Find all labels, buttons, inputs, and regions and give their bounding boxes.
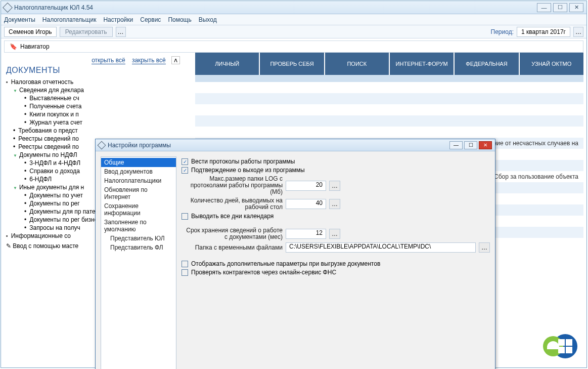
tree-item[interactable]: 3-НДФЛ и 4-НДФЛ [29,159,80,167]
open-all-link[interactable]: открыть всё [92,57,125,64]
tree-item[interactable]: Полученные счета [29,103,81,110]
windows-icon [553,334,577,358]
keep-picker[interactable]: … [329,229,340,239]
tree-item[interactable]: Сведения для деклара [19,87,84,94]
dialog-icon [98,141,106,149]
cat-save[interactable]: Сохранение информации [101,201,176,218]
navigator-label: Навигатор [20,43,50,50]
tree-item[interactable]: Книги покупок и п [29,111,79,118]
edit-button[interactable]: Редактировать [60,27,113,37]
cat-general[interactable]: Общие [101,158,176,167]
temp-browse[interactable]: … [479,242,490,253]
checkbox-confirm-exit[interactable]: ✓ [182,167,188,174]
label-protocols: Вести протоколы работы программы [191,158,295,165]
tree-item[interactable]: Документы по учет [29,192,83,199]
dialog-close[interactable]: ✕ [479,141,492,149]
checkbox-verify[interactable] [182,269,188,276]
side-title: ДОКУМЕНТЫ [6,66,183,75]
tree-item[interactable]: Требования о предст [18,127,78,134]
top-tabs: ЛИЧНЫЙ ПРОВЕРЬ СЕБЯ ПОИСК ИНТЕРНЕТ-ФОРУМ… [195,53,583,75]
label-alldays: Выводить все дни календаря [191,213,274,220]
days-picker[interactable]: … [329,199,340,209]
user-chip[interactable]: Семенов Игорь [4,27,57,37]
tree-item[interactable]: Документы по НДФЛ [19,151,77,158]
body: открыть всё закрыть всё ʌ ДОКУМЕНТЫ Нало… [1,53,586,367]
cat-defaults[interactable]: Заполнение по умолчанию [101,218,176,234]
tree-item[interactable]: Документы по рег [29,200,79,207]
tree-item[interactable]: Ввод с помощью масте [13,242,78,250]
titlebar: Налогоплательщик ЮЛ 4.54 — ☐ ✕ [1,1,586,14]
settings-form: ✓Вести протоколы работы программы ✓Подтв… [182,156,490,369]
cat-taxpayers[interactable]: Налогоплательщики [101,176,176,185]
cat-input[interactable]: Ввод документов [101,167,176,176]
toolbar: Семенов Игорь Редактировать … Период: 1 … [1,25,586,38]
tree-item[interactable]: Иные документы для н [19,184,84,191]
checkbox-extra[interactable] [182,261,188,267]
tree-item[interactable]: Журнал учета счет [29,119,82,126]
dialog-minimize[interactable]: — [449,141,463,149]
menubar: Документы Налогоплательщик Настройки Сер… [1,14,586,25]
label-keep: Срок хранения сведений о работе с докуме… [182,227,283,240]
dialog-maximize[interactable]: ☐ [464,141,477,149]
tab-oktmo[interactable]: УЗНАЙ ОКТМО [520,53,583,75]
tree-item[interactable]: Выставленные сч [29,95,79,102]
tag-icon: 🔖 [10,43,17,50]
logsize-picker[interactable]: … [329,181,340,191]
tab-check[interactable]: ПРОВЕРЬ СЕБЯ [260,53,324,75]
tree-item[interactable]: Налоговая отчетность [11,78,74,86]
dialog-titlebar: Настройки программы — ☐ ✕ [96,139,495,151]
tree-item[interactable]: Реестры сведений по [18,135,79,142]
tree-item[interactable]: Запросы на получ [29,224,80,231]
tab-search[interactable]: ПОИСК [325,53,389,75]
tree-item[interactable]: Информационные со [11,232,71,239]
tab-personal[interactable]: ЛИЧНЫЙ [195,53,259,75]
checkbox-protocols[interactable]: ✓ [182,158,188,165]
tree-item[interactable]: Реестры сведений по [18,143,79,150]
tab-federal[interactable]: ФЕДЕРАЛЬНАЯ [455,53,518,75]
os-badge [553,334,577,358]
tree-item[interactable]: Справки о дохода [29,168,80,175]
maximize-button[interactable]: ☐ [553,3,567,12]
window-title: Налогоплательщик ЮЛ 4.54 [14,4,537,11]
tree-item[interactable]: 6-НДФЛ [29,176,52,183]
more-button[interactable]: … [116,27,126,37]
app-icon [3,3,13,13]
minimize-button[interactable]: — [537,3,551,12]
cat-rep-yl[interactable]: Представитель ЮЛ [101,234,176,243]
tree-item[interactable]: Документы по рег бизнеса [29,216,104,223]
navigator-bar: 🔖 Навигатор [4,40,583,53]
settings-dialog: Настройки программы — ☐ ✕ Общие Ввод док… [95,139,495,369]
wand-icon: ✎ [6,242,11,250]
menu-service[interactable]: Сервис [140,16,161,23]
period-value[interactable]: 1 квартал 2017г [517,27,570,37]
tab-forum[interactable]: ИНТЕРНЕТ-ФОРУМ [390,53,454,75]
close-button[interactable]: ✕ [569,3,583,12]
period-label: Период: [491,28,514,35]
input-days[interactable]: 40 [286,199,326,209]
close-all-link[interactable]: закрыть всё [132,57,166,64]
menu-documents[interactable]: Документы [4,16,35,23]
input-keep[interactable]: 12 [286,229,326,239]
main-window: Налогоплательщик ЮЛ 4.54 — ☐ ✕ Документы… [1,1,587,368]
dialog-title: Настройки программы [108,142,448,149]
label-logsize: Макс.размер папки LOG с протоколами рабо… [182,176,283,195]
period-picker[interactable]: … [573,27,583,37]
cat-rep-fl[interactable]: Представитель ФЛ [101,243,176,252]
label-extra: Отображать дополнительные параметры при … [191,260,380,267]
label-temp: Папка с временными файлами [182,244,283,251]
checkbox-alldays[interactable] [182,213,188,220]
input-temp[interactable]: C:\USERS\FLEXIBLE\APPDATA\LOCAL\TEMP\IDC… [286,242,476,253]
label-verify: Проверять контрагентов через онлайн-серв… [191,269,336,276]
cat-updates[interactable]: Обновления по Интернет [101,185,176,201]
label-days: Количество дней, выводимых на рабочий ст… [182,197,283,211]
settings-category-list: Общие Ввод документов Налогоплательщики … [101,156,176,369]
menu-settings[interactable]: Настройки [103,16,133,23]
menu-taxpayer[interactable]: Налогоплательщик [42,16,97,23]
menu-exit[interactable]: Выход [199,16,217,23]
input-logsize[interactable]: 20 [286,181,326,191]
label-confirm-exit: Подтверждение о выходе из программы [191,167,305,174]
menu-help[interactable]: Помощь [168,16,191,23]
collapse-icon[interactable]: ʌ [171,56,180,64]
